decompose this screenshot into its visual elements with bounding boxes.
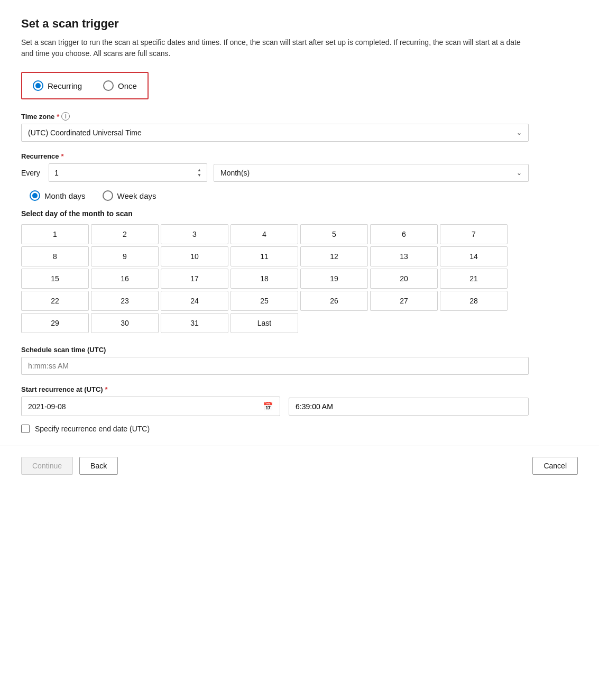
- trigger-type-selector: Recurring Once: [21, 72, 149, 99]
- day-cell[interactable]: 3: [161, 224, 228, 244]
- spinner-arrows: ▲ ▼: [197, 168, 201, 178]
- recurring-radio[interactable]: [33, 80, 43, 91]
- schedule-time-section: Schedule scan time (UTC): [21, 346, 529, 375]
- week-days-radio[interactable]: [103, 190, 113, 201]
- day-type-row: Month days Week days: [30, 190, 529, 201]
- date-picker[interactable]: 2021-09-08 📅: [21, 397, 280, 416]
- day-cell[interactable]: 7: [440, 224, 508, 244]
- day-cell[interactable]: 13: [370, 246, 438, 266]
- every-input[interactable]: [54, 169, 197, 177]
- day-cell[interactable]: 6: [370, 224, 438, 244]
- day-cell[interactable]: 25: [231, 291, 298, 311]
- start-recurrence-required-star: *: [105, 385, 108, 393]
- day-cell[interactable]: 15: [21, 269, 89, 289]
- timezone-info-icon[interactable]: i: [61, 112, 70, 121]
- calendar-subtitle: Select day of the month to scan: [21, 209, 529, 218]
- every-input-box: ▲ ▼: [49, 163, 207, 182]
- day-cell[interactable]: 20: [370, 269, 438, 289]
- period-value: Month(s): [220, 169, 250, 177]
- schedule-time-input[interactable]: [21, 357, 529, 375]
- day-cell[interactable]: 22: [21, 291, 89, 311]
- recurrence-label: Recurrence *: [21, 152, 529, 160]
- month-days-option[interactable]: Month days: [30, 190, 86, 201]
- recurrence-required-star: *: [61, 152, 64, 160]
- end-date-checkbox[interactable]: [21, 425, 30, 433]
- start-recurrence-row: 2021-09-08 📅: [21, 397, 529, 416]
- day-cell[interactable]: 28: [440, 291, 508, 311]
- week-days-label: Week days: [117, 191, 156, 200]
- week-days-option[interactable]: Week days: [103, 190, 156, 201]
- timezone-chevron-icon: ⌄: [517, 129, 522, 136]
- footer-left-buttons: Continue Back: [21, 457, 118, 475]
- calendar-icon[interactable]: 📅: [263, 401, 273, 411]
- day-cell[interactable]: 29: [21, 313, 89, 333]
- recurrence-row: Every ▲ ▼ Month(s) ⌄: [21, 163, 529, 182]
- continue-button[interactable]: Continue: [21, 457, 73, 475]
- day-cell[interactable]: 19: [300, 269, 368, 289]
- start-recurrence-section: Start recurrence at (UTC) * 2021-09-08 📅: [21, 385, 529, 416]
- month-days-radio[interactable]: [30, 190, 40, 201]
- once-radio[interactable]: [103, 80, 114, 91]
- timezone-label: Time zone * i: [21, 112, 529, 121]
- cancel-button[interactable]: Cancel: [532, 457, 578, 475]
- period-dropdown[interactable]: Month(s) ⌄: [214, 164, 529, 182]
- end-date-row: Specify recurrence end date (UTC): [21, 425, 529, 433]
- day-cell[interactable]: 8: [21, 246, 89, 266]
- day-cell[interactable]: 30: [91, 313, 159, 333]
- date-value: 2021-09-08: [28, 402, 66, 411]
- month-days-label: Month days: [44, 191, 86, 200]
- start-time-input[interactable]: [289, 398, 529, 416]
- day-cell[interactable]: 21: [440, 269, 508, 289]
- every-label: Every: [21, 169, 42, 177]
- page-description: Set a scan trigger to run the scan at sp…: [21, 37, 529, 59]
- day-cell[interactable]: 11: [231, 246, 298, 266]
- recurring-option[interactable]: Recurring: [33, 80, 82, 91]
- day-cell[interactable]: 5: [300, 224, 368, 244]
- recurring-label: Recurring: [48, 81, 82, 90]
- calendar-section: Select day of the month to scan 12345678…: [21, 209, 529, 333]
- schedule-time-label: Schedule scan time (UTC): [21, 346, 529, 354]
- day-cell[interactable]: 16: [91, 269, 159, 289]
- spinner-down-icon[interactable]: ▼: [197, 173, 201, 178]
- start-recurrence-label: Start recurrence at (UTC) *: [21, 385, 529, 393]
- day-cell[interactable]: 24: [161, 291, 228, 311]
- recurrence-section: Recurrence * Every ▲ ▼ Month(s) ⌄ Month …: [21, 152, 529, 201]
- spinner-up-icon[interactable]: ▲: [197, 168, 201, 173]
- day-cell[interactable]: 9: [91, 246, 159, 266]
- timezone-section: Time zone * i (UTC) Coordinated Universa…: [21, 112, 529, 142]
- timezone-dropdown[interactable]: (UTC) Coordinated Universal Time ⌄: [21, 124, 529, 142]
- once-option[interactable]: Once: [103, 80, 137, 91]
- footer-actions: Continue Back Cancel: [0, 446, 599, 485]
- timezone-required-star: *: [57, 113, 59, 121]
- timezone-value: (UTC) Coordinated Universal Time: [28, 128, 142, 137]
- day-cell[interactable]: 18: [231, 269, 298, 289]
- day-cell[interactable]: 17: [161, 269, 228, 289]
- page-title: Set a scan trigger: [21, 17, 529, 31]
- day-cell[interactable]: 31: [161, 313, 228, 333]
- day-cell[interactable]: 2: [91, 224, 159, 244]
- day-cell[interactable]: 23: [91, 291, 159, 311]
- once-label: Once: [118, 81, 137, 90]
- back-button[interactable]: Back: [79, 457, 118, 475]
- day-cell[interactable]: 14: [440, 246, 508, 266]
- day-cell[interactable]: Last: [231, 313, 298, 333]
- period-chevron-icon: ⌄: [517, 169, 522, 177]
- day-cell[interactable]: 10: [161, 246, 228, 266]
- calendar-grid: 1234567891011121314151617181920212223242…: [21, 224, 508, 333]
- day-cell[interactable]: 27: [370, 291, 438, 311]
- day-cell[interactable]: 1: [21, 224, 89, 244]
- day-cell[interactable]: 26: [300, 291, 368, 311]
- day-cell[interactable]: 4: [231, 224, 298, 244]
- end-date-label: Specify recurrence end date (UTC): [35, 425, 150, 433]
- day-cell[interactable]: 12: [300, 246, 368, 266]
